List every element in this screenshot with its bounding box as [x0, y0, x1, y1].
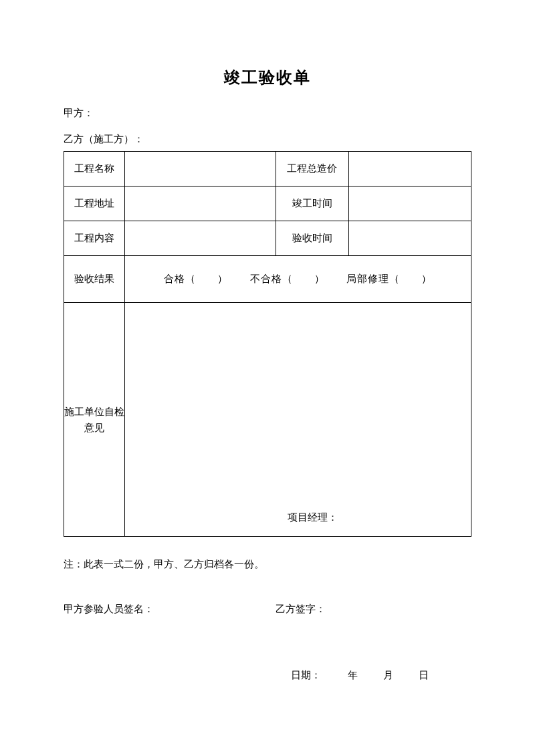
value-completion-time[interactable]: [349, 186, 471, 221]
party-a-label: 甲方：: [64, 107, 471, 120]
table-row: 工程名称 工程总造价: [64, 152, 471, 186]
value-total-price[interactable]: [349, 152, 471, 186]
form-title: 竣工验收单: [64, 67, 471, 88]
sign-party-a[interactable]: 甲方参验人员签名：: [64, 603, 276, 616]
label-acceptance-time: 验收时间: [276, 221, 349, 256]
party-b-label: 乙方（施工方）：: [64, 133, 471, 146]
label-project-address: 工程地址: [64, 186, 125, 221]
date-year: 年: [348, 670, 358, 680]
value-project-name[interactable]: [125, 152, 276, 186]
value-acceptance-time[interactable]: [349, 221, 471, 256]
date-line[interactable]: 日期：年月日: [64, 669, 471, 682]
date-day: 日: [419, 670, 429, 680]
label-project-manager: 项目经理：: [288, 511, 338, 524]
label-acceptance-result: 验收结果: [64, 256, 125, 303]
form-note: 注：此表一式二份，甲方、乙方归档各一份。: [64, 558, 471, 571]
value-acceptance-result[interactable]: 合格（ ） 不合格（ ） 局部修理（ ）: [125, 256, 471, 303]
sign-party-b[interactable]: 乙方签字：: [276, 603, 471, 616]
table-row: 工程地址 竣工时间: [64, 186, 471, 221]
result-options: 合格（ ） 不合格（ ） 局部修理（ ）: [125, 273, 471, 285]
label-completion-time: 竣工时间: [276, 186, 349, 221]
label-project-name: 工程名称: [64, 152, 125, 186]
signature-row: 甲方参验人员签名： 乙方签字：: [64, 603, 471, 616]
table-row-selfcheck: 施工单位自检意见 项目经理：: [64, 303, 471, 537]
acceptance-form-table: 工程名称 工程总造价 工程地址 竣工时间 工程内容 验收时间 验收结果 合格（ …: [64, 151, 471, 537]
value-self-check[interactable]: 项目经理：: [125, 303, 471, 537]
table-row-result: 验收结果 合格（ ） 不合格（ ） 局部修理（ ）: [64, 256, 471, 303]
label-total-price: 工程总造价: [276, 152, 349, 186]
option-pass[interactable]: 合格（ ）: [164, 273, 228, 284]
label-self-check: 施工单位自检意见: [64, 303, 125, 537]
value-project-address[interactable]: [125, 186, 276, 221]
date-month: 月: [383, 670, 393, 680]
option-partial[interactable]: 局部修理（ ）: [346, 273, 432, 284]
label-project-content: 工程内容: [64, 221, 125, 256]
date-prefix: 日期：: [291, 670, 321, 680]
table-row: 工程内容 验收时间: [64, 221, 471, 256]
option-fail[interactable]: 不合格（ ）: [250, 273, 325, 284]
value-project-content[interactable]: [125, 221, 276, 256]
